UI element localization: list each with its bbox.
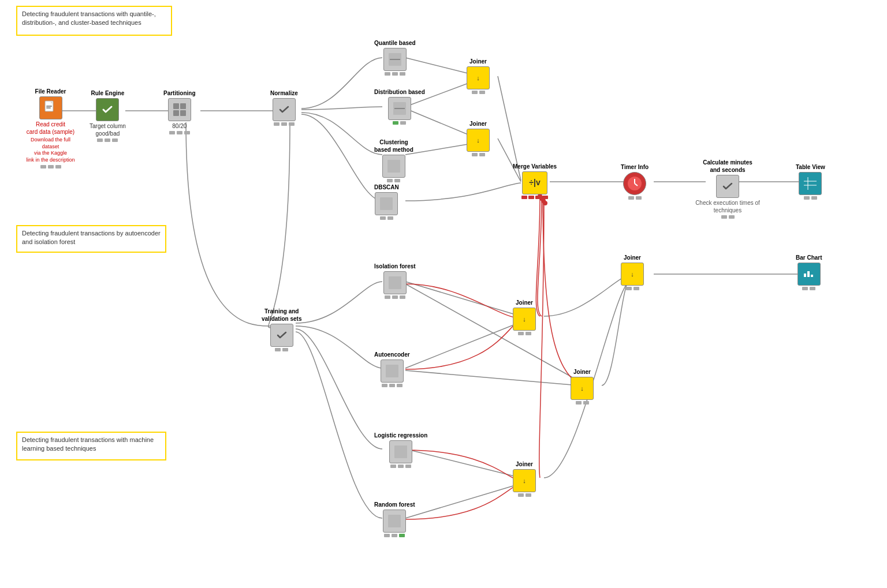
dbscan-title: DBSCAN	[374, 183, 399, 191]
port2	[281, 122, 287, 126]
calc-sublabel: Check execution times of techniques	[693, 199, 762, 214]
port1	[380, 216, 386, 220]
node-clustering-based[interactable]: Clusteringbased method	[374, 138, 413, 182]
joiner5-ports	[518, 493, 531, 497]
clustering-title: Clusteringbased method	[374, 138, 413, 153]
distribution-ports	[393, 121, 406, 125]
svg-rect-37	[380, 197, 393, 210]
logistic-ports	[390, 465, 411, 468]
port3	[399, 534, 405, 537]
node-partitioning[interactable]: Partitioning 80/20	[163, 89, 196, 134]
file-reader-icon	[39, 96, 62, 119]
node-random-forest[interactable]: Random forest	[374, 501, 415, 537]
svg-rect-33	[390, 59, 400, 60]
port2	[392, 72, 398, 76]
svg-point-22	[543, 201, 547, 205]
autoencoder-title: Autoencoder	[374, 351, 410, 358]
isolation-ports	[385, 295, 405, 299]
joiner5-title: Joiner	[516, 460, 533, 468]
port1	[518, 493, 524, 497]
port2	[398, 465, 404, 468]
merge-ports	[521, 196, 548, 199]
node-quantile-based[interactable]: Quantile based	[374, 39, 416, 76]
svg-rect-28	[180, 103, 186, 109]
bar-chart-title: Bar Chart	[796, 254, 822, 261]
node-training-validation[interactable]: Training andvalidation sets	[262, 308, 301, 351]
autoencoder-ports	[382, 384, 402, 387]
workflow-canvas: Detecting fraudulent transactions with q…	[0, 0, 887, 588]
dbscan-icon	[375, 192, 398, 215]
table-view-title: Table View	[796, 163, 825, 171]
svg-text:↓: ↓	[476, 137, 480, 144]
port1	[802, 287, 808, 290]
node-dbscan[interactable]: DBSCAN	[374, 183, 399, 220]
node-timer-info[interactable]: Timer Info	[621, 163, 649, 200]
node-file-reader[interactable]: File Reader Read creditcard data (sample…	[23, 88, 78, 168]
rule-engine-title: Rule Engine	[91, 89, 125, 97]
node-rule-engine[interactable]: Rule Engine Target columngood/bad	[90, 89, 126, 142]
port2	[387, 216, 393, 220]
node-isolation-forest[interactable]: Isolation forest	[374, 263, 416, 299]
port2	[282, 348, 288, 351]
port1	[385, 72, 390, 76]
joiner-bar-title: Joiner	[624, 254, 641, 261]
node-calc-minutes[interactable]: Calculate minutesand seconds Check execu…	[693, 159, 762, 219]
label-box-1: Detecting fraudulent transactions with q…	[16, 6, 172, 36]
node-joiner4[interactable]: Joiner ↓	[571, 368, 594, 405]
svg-line-14	[405, 322, 521, 368]
partitioning-icon	[168, 98, 191, 121]
bar-chart-ports	[802, 287, 815, 290]
training-title: Training andvalidation sets	[262, 308, 301, 323]
svg-marker-57	[807, 271, 810, 277]
joiner4-ports	[576, 401, 589, 405]
file-reader-ports	[40, 165, 61, 168]
normalize-ports	[274, 122, 295, 126]
port2	[526, 493, 531, 497]
rule-engine-icon	[96, 98, 119, 121]
port3	[55, 165, 61, 168]
clustering-ports	[387, 179, 400, 182]
dbscan-ports	[380, 216, 393, 220]
node-joiner5[interactable]: Joiner ↓	[513, 460, 536, 497]
random-forest-icon	[383, 510, 406, 533]
node-bar-chart[interactable]: Bar Chart	[796, 254, 822, 290]
svg-text:↓: ↓	[523, 316, 526, 323]
joiner1-ports	[472, 91, 485, 94]
port1	[393, 121, 398, 125]
label2-text: Detecting fraudulent transactions by aut…	[22, 230, 161, 245]
isolation-icon	[383, 271, 407, 294]
port3	[535, 196, 541, 199]
port1	[721, 215, 727, 219]
port1	[40, 165, 46, 168]
port2	[394, 179, 400, 182]
node-table-view[interactable]: Table View	[796, 163, 825, 200]
merge-icon: ÷|v	[522, 171, 547, 194]
node-merge-variables[interactable]: Merge Variables ÷|v	[513, 163, 557, 199]
label-box-3: Detecting fraudulent transactions with m…	[16, 432, 166, 460]
port3	[112, 138, 118, 142]
training-icon	[270, 324, 293, 347]
joiner1-icon: ↓	[467, 66, 490, 89]
label3-text: Detecting fraudulent transactions with m…	[22, 436, 154, 452]
joiner3-title: Joiner	[516, 299, 533, 306]
node-distribution-based[interactable]: Distribution based	[374, 88, 425, 125]
partitioning-title: Partitioning	[163, 89, 196, 97]
svg-marker-58	[811, 275, 813, 277]
port3	[289, 122, 295, 126]
port2	[392, 534, 397, 537]
label1-text: Detecting fraudulent transactions with q…	[22, 10, 156, 26]
node-autoencoder[interactable]: Autoencoder	[374, 351, 410, 387]
timer-icon	[623, 172, 646, 195]
node-normalize[interactable]: Normalize	[270, 89, 298, 126]
node-joiner1[interactable]: Joiner ↓	[467, 58, 490, 94]
joiner2-icon: ↓	[467, 129, 490, 152]
svg-rect-24	[46, 106, 52, 107]
file-reader-title: File Reader	[35, 88, 66, 95]
node-logistic-regression[interactable]: Logistic regression	[374, 432, 427, 468]
node-joiner3[interactable]: Joiner ↓	[513, 299, 536, 335]
port1	[169, 131, 175, 134]
bar-chart-icon	[797, 263, 821, 286]
node-joiner-bar[interactable]: Joiner ↓	[621, 254, 644, 290]
svg-rect-69	[388, 515, 401, 527]
node-joiner2[interactable]: Joiner ↓	[467, 120, 490, 156]
